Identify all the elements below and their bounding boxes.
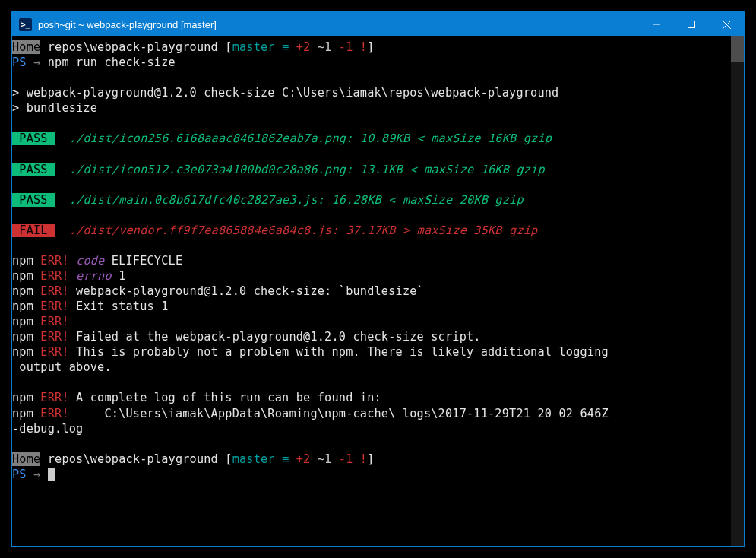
window-title: posh~git ~ webpack-playground [master] [38,19,639,30]
home-badge: Home [12,40,40,54]
pass-badge: PASS [12,193,55,207]
result-row: FAIL ./dist/vendor.ff9f7ea865884e6a84c8.… [12,224,537,237]
npm-err-line: npm ERR! A complete log of this run can … [12,391,381,404]
result-row: PASS ./dist/icon512.c3e073a4100bd0c28a86… [12,163,545,176]
terminal-output[interactable]: Home repos\webpack-playground [master ≡ … [12,36,731,546]
npm-err-line: npm ERR! [12,315,69,328]
scrollbar-thumb[interactable] [731,36,744,62]
npm-err-line: npm ERR! webpack-playground@1.2.0 check-… [12,284,424,298]
close-icon [723,21,731,29]
svg-rect-1 [688,21,695,28]
ps-line-1: PS → npm run check-size [12,55,176,69]
scrollbar[interactable] [731,36,744,546]
pass-badge: PASS [12,163,55,176]
fail-badge: FAIL [12,224,55,237]
result-row: PASS ./dist/icon256.6168aaac8461862eab7a… [12,132,552,145]
command-text: npm run check-size [48,55,176,69]
cursor [48,468,55,481]
result-row: PASS ./dist/main.0c8b617dfc40c2827ae3.js… [12,193,524,207]
npm-err-line: npm ERR! errno 1 [12,269,126,283]
terminal-window: >_ posh~git ~ webpack-playground [master… [11,11,745,547]
minimize-button[interactable] [639,12,674,36]
prompt-line-1: Home repos\webpack-playground [master ≡ … [12,40,375,54]
script-header-1: > webpack-playground@1.2.0 check-size C:… [12,86,558,100]
npm-err-continuation: -debug.log [12,422,83,436]
titlebar[interactable]: >_ posh~git ~ webpack-playground [master… [12,12,744,36]
ps-line-2: PS → [12,468,55,481]
prompt-line-2: Home repos\webpack-playground [master ≡ … [12,452,375,466]
npm-err-line: npm ERR! This is probably not a problem … [12,345,609,359]
npm-err-line: npm ERR! C:\Users\iamak\AppData\Roaming\… [12,407,609,420]
npm-err-line: npm ERR! code ELIFECYCLE [12,254,182,268]
home-badge: Home [12,452,40,466]
window-controls [639,12,744,36]
app-icon: >_ [19,18,32,31]
maximize-icon [688,21,695,28]
npm-err-line: npm ERR! Exit status 1 [12,300,169,313]
maximize-button[interactable] [674,12,709,36]
npm-err-line: npm ERR! Failed at the webpack-playgroun… [12,330,481,344]
terminal-content-area: Home repos\webpack-playground [master ≡ … [12,36,744,546]
npm-err-continuation: output above. [12,360,112,374]
pass-badge: PASS [12,132,55,145]
minimize-icon [653,21,660,28]
script-header-2: > bundlesize [12,101,97,115]
close-button[interactable] [709,12,744,36]
